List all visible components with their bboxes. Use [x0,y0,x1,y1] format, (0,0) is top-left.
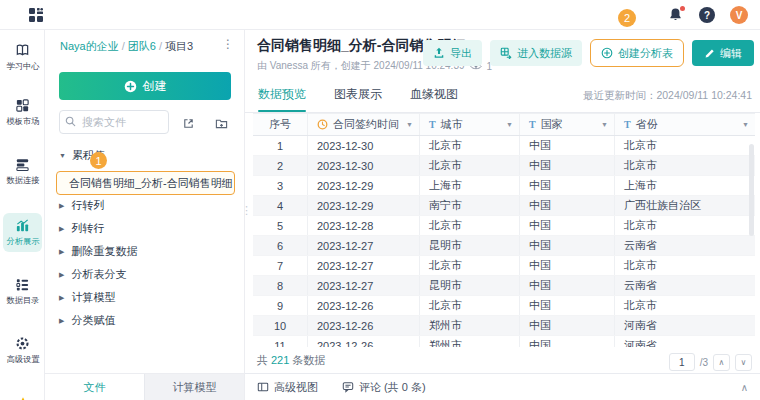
table-cell: 北京市 [420,256,520,275]
edit-button[interactable]: 编辑 [692,40,754,66]
page-number-input[interactable] [669,353,695,371]
tree-item[interactable]: ▶分类赋值 [59,309,240,332]
rail-item-template-market[interactable]: 模板市场 [3,93,42,132]
column-label: 合同签约时间 [333,117,399,132]
filter-dropdown-icon[interactable]: ▼ [506,121,513,128]
table-row[interactable]: 22023-12-30北京市中国北京市 [253,156,755,176]
table-scrollbar[interactable] [749,144,754,236]
new-folder-icon[interactable] [212,114,230,132]
sidebar-footer-tabs: 文件 计算模型 [45,373,244,400]
column-header-城市[interactable]: T城市▼ [420,114,520,135]
table-cell: 河南省 [615,316,755,335]
tree-item-label: 行转列 [71,198,104,213]
table-cell: 昆明市 [420,276,520,295]
more-options-icon[interactable]: ⋮ [222,37,234,51]
table-cell: 2023-12-26 [308,336,420,347]
table-cell: 中国 [520,136,615,155]
tab-血缘视图[interactable]: 血缘视图 [410,86,458,112]
tree-item-label: 分析表分支 [71,267,126,282]
table-cell: 中国 [520,196,615,215]
rail-item-promotion-reward[interactable]: 推广奖励 [3,392,42,400]
export-button[interactable]: 导出 [423,40,482,66]
tab-图表展示[interactable]: 图表展示 [334,86,382,112]
comments-label: 评论 (共 0 条) [359,380,426,395]
create-analysis-table-button[interactable]: 创建分析表 [592,41,682,65]
table-cell: 中国 [520,316,615,335]
tree-item[interactable]: ▶计算模型 [59,286,240,309]
table-row[interactable]: 12023-12-30北京市中国北京市 [253,136,755,156]
rail-item-label: 分析展示 [6,236,39,248]
table-cell: 北京市 [615,156,755,175]
tree-item[interactable]: ▶列转行 [59,217,240,240]
table-row[interactable]: 72023-12-27北京市中国北京市 [253,256,755,276]
learning-center-icon [15,42,30,58]
advanced-view-button[interactable]: 高级视图 [257,380,318,395]
tree-item[interactable]: ▶行转列 [59,194,240,217]
tree-item-label: 删除重复数据 [71,244,137,259]
table-cell: 郑州市 [420,336,520,347]
page-down-button[interactable]: ∨ [735,354,752,371]
rail-item-label: 数据连接 [6,175,39,187]
search-input[interactable] [59,110,169,134]
breadcrumb-team[interactable]: 团队6 [128,40,156,52]
page-total: /3 [700,357,708,368]
top-bar: ? V [0,0,760,30]
file-tree-items: ▶行转列▶列转行▶删除重复数据▶分析表分支▶计算模型▶分类赋值 [59,194,240,332]
column-header-国家[interactable]: T国家▼ [520,114,615,135]
tab-数据预览[interactable]: 数据预览 [258,86,306,112]
table-cell: 6 [253,236,308,255]
create-analysis-table-label: 创建分析表 [618,46,673,61]
panel-resize-handle[interactable]: ⋮ [241,208,252,213]
open-in-new-icon[interactable] [179,114,197,132]
notifications-bell-icon[interactable] [668,7,684,23]
table-row[interactable]: 102023-12-26郑州市中国河南省 [253,316,755,336]
plus-circle-icon [601,47,613,59]
column-header-合同签约时间[interactable]: 合同签约时间▼ [308,114,420,135]
app-logo-icon[interactable] [28,7,44,23]
advanced-view-label: 高级视图 [274,380,318,395]
table-row[interactable]: 52023-12-28北京市中国北京市 [253,216,755,236]
filter-dropdown-icon[interactable]: ▼ [406,121,413,128]
table-cell: 上海市 [615,176,755,195]
step-2-callout: 2 [618,9,636,27]
breadcrumb-separator: / [159,40,162,52]
tab-files[interactable]: 文件 [45,374,144,400]
table-cell: 4 [253,196,308,215]
table-row[interactable]: 62023-12-27昆明市中国云南省 [253,236,755,256]
rail-item-data-connection[interactable]: 数据连接 [3,152,42,191]
column-label: 城市 [441,117,463,132]
tree-item[interactable]: ▶分析表分支 [59,263,240,286]
rail-item-advanced-settings[interactable]: 高级设置 [3,331,42,370]
table-cell: 2023-12-26 [308,296,420,315]
page-up-button[interactable]: ∧ [713,354,730,371]
help-icon[interactable]: ? [699,7,715,23]
tab-calc-model[interactable]: 计算模型 [144,374,244,400]
filter-dropdown-icon[interactable]: ▼ [742,121,749,128]
caret-right-icon: ▶ [59,248,64,256]
table-cell: 上海市 [420,176,520,195]
breadcrumb-enterprise[interactable]: Naya的企业 [60,40,119,52]
table-cell: 10 [253,316,308,335]
table-row[interactable]: 112023-12-26郑州市中国河南省 [253,336,755,347]
table-row[interactable]: 42023-12-29南宁市中国广西壮族自治区 [253,196,755,216]
table-row[interactable]: 92023-12-26北京市中国北京市 [253,296,755,316]
rail-item-analysis-display[interactable]: 分析展示 [3,213,42,252]
create-button[interactable]: 创建 [59,72,231,100]
table-row[interactable]: 32023-12-29上海市中国上海市 [253,176,755,196]
rail-item-learning-center[interactable]: 学习中心 [3,38,42,77]
tree-item-selected[interactable]: 合同销售明细_分析-合同销售明细 [56,171,235,195]
enter-datasource-button[interactable]: 进入数据源 [490,40,582,66]
table-row[interactable]: 82023-12-27昆明市中国云南省 [253,276,755,296]
user-avatar[interactable]: V [730,6,748,24]
filter-dropdown-icon[interactable]: ▼ [601,121,608,128]
rail-item-data-catalog[interactable]: 数据目录 [3,272,42,311]
rail-item-label: 模板市场 [6,116,39,128]
pagination: /3 ∧ ∨ [669,353,752,371]
comments-button[interactable]: 评论 (共 0 条) [342,380,426,395]
tree-item-label: 计算模型 [71,290,115,305]
table-cell: 2023-12-26 [308,316,420,335]
tree-item[interactable]: ▶删除重复数据 [59,240,240,263]
column-header-省份[interactable]: T省份▼ [615,114,755,135]
collapse-chevron-icon[interactable]: ∧ [741,382,748,393]
table-cell: 北京市 [420,136,520,155]
